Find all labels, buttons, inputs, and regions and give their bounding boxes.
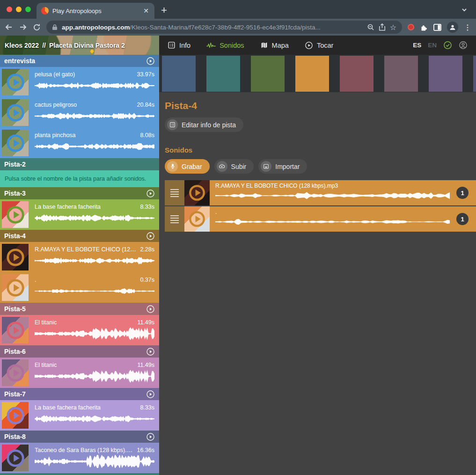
side-panel-icon[interactable] xyxy=(433,23,441,31)
sound-row[interactable]: .1 xyxy=(165,206,476,232)
waveform xyxy=(35,455,154,468)
clip-thumbnail[interactable] xyxy=(2,445,29,471)
track-header[interactable]: Pista-6 xyxy=(0,345,159,358)
back-arrow-icon[interactable] xyxy=(5,23,13,31)
track-swatch-Pista-8[interactable] xyxy=(473,56,476,92)
track-header[interactable]: Pista-5 xyxy=(0,303,159,315)
upload-sound-button[interactable]: Subir xyxy=(214,159,254,174)
breadcrumb-project[interactable]: Kleos 2022 xyxy=(5,42,39,49)
breadcrumb-scene[interactable]: Placeta Divina Pastora 2 xyxy=(49,42,125,49)
clip-thumbnail[interactable] xyxy=(2,201,29,228)
play-icon[interactable] xyxy=(188,210,206,228)
chevron-down-icon[interactable] xyxy=(461,7,468,13)
track-swatch-Pista-7[interactable] xyxy=(429,56,462,92)
extensions-icon[interactable] xyxy=(420,23,428,31)
nav-item-sonidos[interactable]: Sonidos xyxy=(206,42,244,49)
share-icon[interactable] xyxy=(379,23,386,31)
drag-handle-icon[interactable] xyxy=(165,206,184,232)
waveform xyxy=(215,216,450,227)
play-icon[interactable] xyxy=(6,406,25,425)
clip-thumbnail[interactable] xyxy=(2,244,29,270)
record-icon[interactable] xyxy=(408,24,414,30)
track-swatch-Pista-4[interactable] xyxy=(295,56,329,92)
clip-body: cactus peligroso20.84s xyxy=(29,101,159,123)
check-circle-icon[interactable] xyxy=(443,41,452,50)
zoom-icon[interactable] xyxy=(367,23,374,31)
sound-thumbnail[interactable] xyxy=(184,180,210,205)
play-icon[interactable] xyxy=(6,278,25,298)
play-icon[interactable] xyxy=(6,321,25,340)
clip-row[interactable]: cactus peligroso20.84s xyxy=(0,97,159,128)
project-header[interactable]: Kleos 2022 // Placeta Divina Pastora 2 xyxy=(0,36,159,55)
play-icon[interactable] xyxy=(6,205,25,225)
window-close-button[interactable] xyxy=(7,7,12,12)
play-circle-icon[interactable] xyxy=(146,57,155,66)
play-circle-icon[interactable] xyxy=(146,347,155,356)
track-header[interactable]: entrevista xyxy=(0,55,159,67)
reload-icon[interactable] xyxy=(33,23,41,31)
track-header[interactable]: Pista-8 xyxy=(0,431,159,443)
track-swatch-entrevista[interactable] xyxy=(162,56,196,92)
play-icon[interactable] xyxy=(6,363,25,383)
play-icon[interactable] xyxy=(6,73,25,92)
url-bar[interactable]: app.antropoloops.com/Kleos-Santa-Marina/… xyxy=(46,21,402,34)
window-zoom-button[interactable] xyxy=(25,7,31,12)
clip-row[interactable]: R.AMAYA Y EL BOBOTE CHICO (128 kbps)....… xyxy=(0,242,159,272)
play-icon[interactable] xyxy=(6,133,25,153)
clip-row[interactable]: planta pinchosa8.08s xyxy=(0,128,159,158)
play-circle-icon[interactable] xyxy=(146,305,155,314)
lang-es-button[interactable]: ES xyxy=(413,42,421,49)
forward-arrow-icon[interactable] xyxy=(19,23,27,31)
nav-item-mapa[interactable]: Mapa xyxy=(260,41,289,49)
waveform xyxy=(35,412,154,425)
clip-thumbnail[interactable] xyxy=(2,99,29,126)
record-sound-button[interactable]: Grabar xyxy=(165,159,210,174)
clip-thumbnail[interactable] xyxy=(2,130,29,156)
import-sound-button[interactable]: Importar xyxy=(258,159,307,174)
play-icon[interactable] xyxy=(6,248,25,267)
close-icon[interactable]: ✕ xyxy=(142,7,150,15)
track-header[interactable]: Pista-3 xyxy=(0,187,159,199)
play-icon[interactable] xyxy=(188,184,206,202)
play-circle-icon[interactable] xyxy=(146,232,155,241)
clip-body: .0.37s xyxy=(29,276,159,298)
account-icon[interactable] xyxy=(459,41,468,50)
play-icon[interactable] xyxy=(6,103,25,123)
new-tab-icon[interactable]: + xyxy=(161,5,167,15)
track-header[interactable]: Pista-2 xyxy=(0,158,159,170)
clip-row[interactable]: El titanic11.49s xyxy=(0,315,159,345)
clip-thumbnail[interactable] xyxy=(2,359,29,386)
track-header[interactable]: Pista-4 xyxy=(0,230,159,242)
star-icon[interactable]: ☆ xyxy=(390,23,396,32)
clip-row[interactable]: pelusa (el gato)33.97s xyxy=(0,67,159,97)
window-minimize-button[interactable] xyxy=(16,7,22,12)
lang-en-button[interactable]: EN xyxy=(428,42,437,49)
clip-thumbnail[interactable] xyxy=(2,317,29,343)
clip-row[interactable]: .0.37s xyxy=(0,272,159,303)
clip-thumbnail[interactable] xyxy=(2,402,29,429)
track-header[interactable]: Pista-7 xyxy=(0,388,159,400)
play-circle-icon[interactable] xyxy=(146,390,155,399)
track-swatch-Pista-3[interactable] xyxy=(251,56,285,92)
play-icon[interactable] xyxy=(6,448,25,468)
clip-row[interactable]: La base fachera facherita8.33s xyxy=(0,400,159,431)
track-swatch-Pista-6[interactable] xyxy=(384,56,418,92)
play-circle-icon[interactable] xyxy=(146,189,155,198)
track-swatch-Pista-5[interactable] xyxy=(340,56,373,92)
clip-row[interactable]: El titanic11.49s xyxy=(0,358,159,388)
play-circle-icon[interactable] xyxy=(146,432,155,441)
nav-item-info[interactable]: Info xyxy=(168,41,190,49)
track-swatch-Pista-2[interactable] xyxy=(206,56,240,92)
clip-thumbnail[interactable] xyxy=(2,274,29,301)
profile-icon[interactable] xyxy=(447,22,458,33)
sound-thumbnail[interactable] xyxy=(184,206,210,232)
clip-row[interactable]: Taconeo de Sara Baras (128 kbps).mp316.3… xyxy=(0,443,159,473)
browser-tab[interactable]: Play Antropoloops ✕ xyxy=(37,3,154,19)
menu-kebab-icon[interactable]: ⋮ xyxy=(464,23,471,32)
drag-handle-icon[interactable] xyxy=(165,180,184,205)
nav-item-tocar[interactable]: Tocar xyxy=(305,41,333,50)
edit-track-info-button[interactable]: Editar info de pista xyxy=(165,117,243,132)
clip-row[interactable]: La base fachera facherita8.33s xyxy=(0,199,159,230)
sound-row[interactable]: R.AMAYA Y EL BOBOTE CHICO (128 kbps).mp3… xyxy=(165,180,476,205)
clip-thumbnail[interactable] xyxy=(2,69,29,95)
